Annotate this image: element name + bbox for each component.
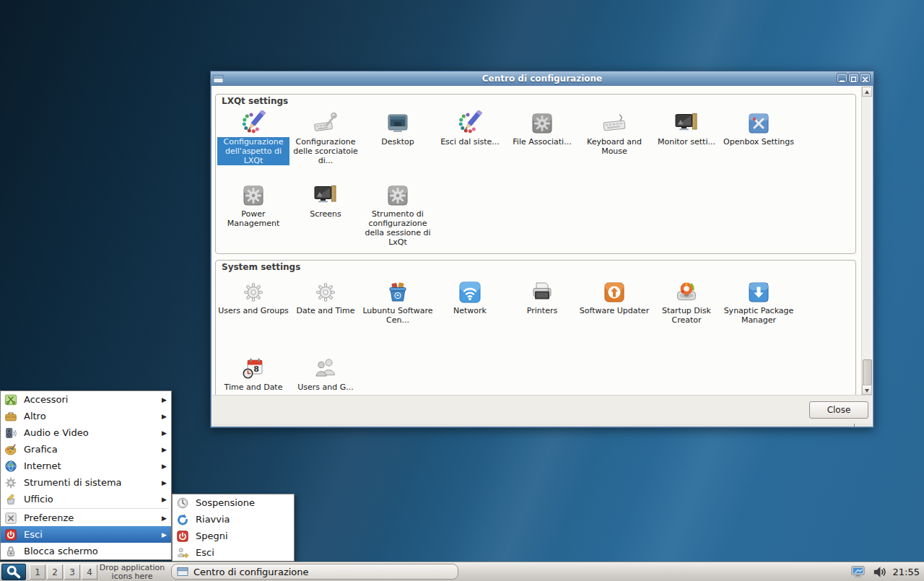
scroll-up-button[interactable] xyxy=(862,87,872,97)
submenu-arrow-icon: ▶ xyxy=(162,463,167,470)
submenu-arrow-icon: ▶ xyxy=(162,496,167,503)
synaptic-icon xyxy=(746,279,772,305)
settings-item-users-and-groups[interactable]: Users and Groups xyxy=(217,278,289,354)
startup-disk-icon xyxy=(674,279,699,305)
scrollbar-thumb[interactable] xyxy=(863,359,872,385)
logout-red-icon xyxy=(4,528,17,541)
calendar-clock-icon: 8 xyxy=(240,356,266,382)
menu-item-label: Blocca schermo xyxy=(24,546,168,556)
workspace-button-1[interactable]: 1 xyxy=(30,564,45,580)
logout-submenu-item-sospensione[interactable]: Sospensione xyxy=(173,494,294,511)
settings-item-label: Power Management xyxy=(218,209,289,228)
settings-item-printers[interactable]: Printers xyxy=(506,278,578,354)
workspace-button-3[interactable]: 3 xyxy=(64,564,80,580)
taskbar-window-button[interactable]: Centro di configurazione xyxy=(171,564,458,580)
shutdown-icon xyxy=(176,530,189,543)
start-menu-item-esci[interactable]: Esci▶ xyxy=(1,526,171,543)
settings-item-label: Configurazione delle scorciatoie di... xyxy=(290,137,361,165)
group-lxqt-settings: LXQt settingsConfigurazione dell'aspetto… xyxy=(215,94,856,254)
maximize-button[interactable] xyxy=(849,74,858,82)
svg-text:8: 8 xyxy=(253,364,259,374)
printer-icon xyxy=(529,279,555,305)
menu-item-label: Spegni xyxy=(196,530,291,541)
gear-light-icon xyxy=(240,279,266,305)
settings-item-label: Network xyxy=(453,306,487,315)
start-menu-item-audio-e-video[interactable]: Audio e Video▶ xyxy=(1,424,171,441)
internet-icon xyxy=(4,460,17,473)
volume-icon[interactable] xyxy=(871,564,888,580)
settings-item-network[interactable]: Network xyxy=(434,278,506,354)
group-title: LXQt settings xyxy=(222,96,288,106)
settings-item-label: Printers xyxy=(527,306,557,315)
settings-item-configurazione-dell-aspetto-di-lxqt[interactable]: Configurazione dell'aspetto di LXQt xyxy=(217,109,289,181)
start-menu-item-accessori[interactable]: Accessori▶ xyxy=(1,391,171,408)
settings-item-monitor-setti[interactable]: Monitor setti... xyxy=(650,109,723,181)
quicklaunch-drop-hint: Drop application icons here xyxy=(95,563,170,581)
menu-item-label: Esci xyxy=(196,547,291,558)
software-updater-icon xyxy=(601,279,627,305)
settings-item-synaptic-package-manager[interactable]: Synaptic Package Manager xyxy=(723,278,795,354)
scrollbar[interactable] xyxy=(861,87,872,395)
window-title: Centro di configurazione xyxy=(211,74,873,84)
settings-item-lubuntu-software-cen[interactable]: Lubuntu Software Cen... xyxy=(362,278,434,354)
settings-item-time-and-date[interactable]: 8Time and Date xyxy=(217,354,289,395)
start-menu-item-grafica[interactable]: Grafica▶ xyxy=(1,441,171,458)
submenu-arrow-icon: ▶ xyxy=(162,429,167,437)
settings-sections: LXQt settingsConfigurazione dell'aspetto… xyxy=(212,87,872,395)
settings-item-file-associati[interactable]: File Associati... xyxy=(506,109,578,181)
settings-item-software-updater[interactable]: Software Updater xyxy=(578,278,650,354)
clock[interactable]: 21:55 xyxy=(893,567,920,577)
group-system-settings: System settingsUsers and GroupsDate and … xyxy=(215,260,856,395)
workspace-button-2[interactable]: 2 xyxy=(47,564,63,580)
settings-item-label: Synaptic Package Manager xyxy=(723,306,794,325)
window-body: LXQt settingsConfigurazione dell'aspetto… xyxy=(210,85,874,428)
settings-item-configurazione-delle-scorciatoie-di[interactable]: Configurazione delle scorciatoie di... xyxy=(289,109,362,181)
logout-submenu-item-spegni[interactable]: Spegni xyxy=(173,528,294,544)
settings-item-power-management[interactable]: Power Management xyxy=(217,181,289,253)
settings-item-esci-dal-siste[interactable]: Esci dal siste... xyxy=(434,109,506,181)
settings-item-startup-disk-creator[interactable]: Startup Disk Creator xyxy=(650,278,723,354)
settings-item-date-and-time[interactable]: Date and Time xyxy=(289,278,362,354)
settings-item-keyboard-and-mouse[interactable]: Keyboard and Mouse xyxy=(578,109,650,181)
start-menu-item-strumenti-di-sistema[interactable]: Strumenti di sistema▶ xyxy=(1,474,171,491)
logout-submenu-item-riavvia[interactable]: Riavvia xyxy=(173,511,294,528)
settings-item-desktop[interactable]: Desktop xyxy=(362,109,434,181)
menu-item-label: Grafica xyxy=(24,444,162,455)
start-menu-button[interactable] xyxy=(1,564,26,580)
close-window-button[interactable] xyxy=(860,74,870,82)
submenu-arrow-icon: ▶ xyxy=(162,515,167,522)
settings-item-screens[interactable]: Screens xyxy=(289,181,362,253)
start-menu-item-blocca-schermo[interactable]: Blocca schermo xyxy=(1,543,171,559)
start-menu-item-preferenze[interactable]: Preferenze▶ xyxy=(1,510,171,526)
settings-item-label: Openbox Settings xyxy=(723,137,794,147)
start-menu-item-ufficio[interactable]: Ufficio▶ xyxy=(1,491,171,507)
settings-item-users-and-g[interactable]: Users and G... xyxy=(289,354,362,395)
settings-item-label: File Associati... xyxy=(513,137,571,147)
icon-row: 8Time and DateUsers and G... xyxy=(216,354,855,395)
settings-item-label: Strumento di configurazione della sessio… xyxy=(362,209,433,247)
openbox-icon xyxy=(746,110,772,136)
start-menu-item-internet[interactable]: Internet▶ xyxy=(1,458,171,474)
settings-item-strumento-di-configurazione-della-sessione-di-lxqt[interactable]: Strumento di configurazione della sessio… xyxy=(362,181,434,253)
desktop-icon xyxy=(385,110,411,136)
close-button[interactable]: Close xyxy=(809,401,868,419)
minimize-button[interactable] xyxy=(837,74,847,82)
logout-submenu-item-esci[interactable]: Esci xyxy=(173,544,294,561)
users-icon xyxy=(313,356,339,382)
exit-icon xyxy=(176,546,189,559)
settings-item-openbox-settings[interactable]: Openbox Settings xyxy=(723,109,795,181)
submenu-arrow-icon: ▶ xyxy=(162,413,167,420)
display-tray-icon[interactable] xyxy=(850,564,866,580)
settings-item-label: Software Updater xyxy=(580,306,649,315)
start-menu-item-altro[interactable]: Altro▶ xyxy=(1,408,171,424)
office-icon xyxy=(4,493,17,506)
task-window-icon xyxy=(177,566,188,577)
scroll-down-button[interactable] xyxy=(862,385,872,395)
software-center-icon xyxy=(385,279,411,305)
window-footer: Close xyxy=(212,395,872,425)
taskbar: 1234 Drop application icons here Centro … xyxy=(0,562,924,581)
graphics-icon xyxy=(4,443,17,456)
appearance-icon xyxy=(240,110,266,136)
task-window-label: Centro di configurazione xyxy=(193,567,309,577)
window-titlebar[interactable]: Centro di configurazione xyxy=(210,71,874,85)
